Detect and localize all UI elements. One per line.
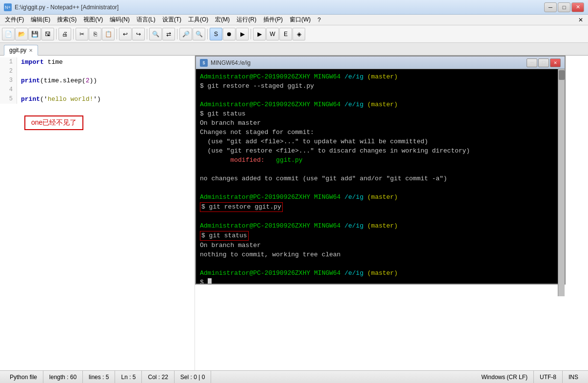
toolbar-redo[interactable]: ↪ bbox=[132, 28, 145, 40]
toolbar-open[interactable]: 📂 bbox=[15, 28, 28, 40]
menu-tools[interactable]: 工具(O) bbox=[185, 15, 211, 25]
line-content-1: import time bbox=[17, 57, 63, 67]
menu-settings[interactable]: 设置(T) bbox=[159, 15, 184, 25]
terminal-line-10: no changes added to commit (use "git add… bbox=[200, 174, 553, 183]
toolbar-sep1 bbox=[56, 29, 57, 39]
terminal-line-6: Changes not staged for commit: bbox=[200, 128, 553, 137]
menu-close-icon[interactable]: ✕ bbox=[575, 17, 586, 23]
code-lines: 1 import time 2 3 print(time.sleep(2)) 4… bbox=[0, 56, 195, 106]
line-content-2 bbox=[17, 67, 21, 76]
status-col: Col : 22 bbox=[142, 371, 174, 383]
toolbar-run[interactable]: ▶ bbox=[253, 28, 266, 40]
menu-lang[interactable]: 语言(L) bbox=[134, 15, 158, 25]
toolbar-print[interactable]: 🖨 bbox=[59, 28, 71, 40]
terminal-line-1: Administrator@PC-20190926ZXHY MINGW64 /e… bbox=[200, 73, 553, 81]
toolbar-cut[interactable]: ✂ bbox=[76, 28, 88, 40]
terminal-line-blank3 bbox=[200, 184, 553, 192]
toolbar-misc3[interactable]: ◈ bbox=[293, 28, 305, 40]
status-filetype: Python file bbox=[4, 371, 43, 383]
terminal-title-left: $ MINGW64:/e/ig bbox=[200, 59, 251, 67]
terminal-close[interactable]: ✕ bbox=[550, 58, 561, 67]
main-area: 1 import time 2 3 print(time.sleep(2)) 4… bbox=[0, 56, 588, 370]
status-bar: Python file length : 60 lines : 5 Ln : 5… bbox=[0, 370, 588, 383]
toolbar-macro-play[interactable]: ▶ bbox=[236, 28, 249, 40]
status-line-ending: Windows (CR LF) bbox=[475, 371, 534, 383]
status-length: length : 60 bbox=[43, 371, 83, 383]
terminal-line-8: (use "git restore <file>..." to discard … bbox=[200, 147, 553, 155]
toolbar-undo[interactable]: ↩ bbox=[119, 28, 132, 40]
toolbar-save[interactable]: 💾 bbox=[28, 28, 41, 40]
menu-view[interactable]: 视图(V) bbox=[80, 15, 106, 25]
status-encoding: UTF-8 bbox=[534, 371, 563, 383]
window-title: E:\ig\ggit.py - Notepad++ [Administrator… bbox=[15, 4, 118, 11]
menu-file[interactable]: 文件(F) bbox=[2, 15, 27, 25]
menu-search[interactable]: 搜索(S) bbox=[54, 15, 79, 25]
annotation-box: one已经不见了 bbox=[24, 115, 83, 130]
toolbar-find[interactable]: 🔍 bbox=[149, 28, 162, 40]
menu-macro[interactable]: 宏(M) bbox=[212, 15, 233, 25]
tab-ggit[interactable]: ggit.py ✕ bbox=[4, 45, 38, 56]
toolbar-sep5 bbox=[177, 29, 177, 39]
terminal-line-15: On branch master bbox=[200, 241, 553, 250]
toolbar-sep7 bbox=[251, 29, 251, 39]
terminal-scrollbar[interactable] bbox=[558, 69, 565, 296]
toolbar-syntax[interactable]: S bbox=[210, 28, 222, 40]
close-button[interactable]: ✕ bbox=[571, 2, 584, 12]
terminal-body[interactable]: Administrator@PC-20190926ZXHY MINGW64 /e… bbox=[196, 69, 557, 284]
code-editor[interactable]: 1 import time 2 3 print(time.sleep(2)) 4… bbox=[0, 56, 195, 370]
toolbar-zoom-out[interactable]: 🔍 bbox=[193, 28, 205, 40]
minimize-button[interactable]: ─ bbox=[544, 2, 557, 12]
status-ln: Ln : 5 bbox=[115, 371, 142, 383]
menu-encode[interactable]: 编码(N) bbox=[107, 15, 133, 25]
terminal-window[interactable]: $ MINGW64:/e/ig ─ □ ✕ Administrator@PC-2… bbox=[195, 56, 566, 285]
menu-bar: 文件(F) 编辑(E) 搜索(S) 视图(V) 编码(N) 语言(L) 设置(T… bbox=[0, 15, 588, 25]
toolbar-macro-rec[interactable]: ⏺ bbox=[223, 28, 235, 40]
terminal-line-4: $ git status bbox=[200, 110, 553, 118]
line-num-1: 1 bbox=[0, 57, 17, 67]
terminal-line-blank5 bbox=[200, 260, 553, 268]
terminal-title-bar: $ MINGW64:/e/ig ─ □ ✕ bbox=[196, 57, 565, 69]
tab-close-icon[interactable]: ✕ bbox=[29, 48, 33, 53]
toolbar-misc2[interactable]: E bbox=[279, 28, 292, 40]
menu-run[interactable]: 运行(R) bbox=[234, 15, 259, 25]
terminal-line-13: Administrator@PC-20190926ZXHY MINGW64 /e… bbox=[200, 222, 553, 230]
terminal-scroll-thumb[interactable] bbox=[559, 70, 565, 80]
line-content-5: print('hello world!') bbox=[17, 95, 101, 104]
tab-bar: ggit.py ✕ bbox=[0, 43, 588, 56]
menu-plugins[interactable]: 插件(P) bbox=[260, 15, 286, 25]
terminal-line-blank4 bbox=[200, 212, 553, 221]
code-line-5: 5 print('hello world!') bbox=[0, 95, 195, 104]
annotation-text: one已经不见了 bbox=[31, 118, 77, 126]
maximize-button[interactable]: □ bbox=[558, 2, 570, 12]
toolbar-save-all[interactable]: 🖫 bbox=[41, 28, 54, 40]
app-icon: N+ bbox=[4, 3, 12, 11]
title-bar-buttons[interactable]: ─ □ ✕ bbox=[544, 2, 584, 12]
line-num-4: 4 bbox=[0, 85, 17, 95]
menu-help[interactable]: ? bbox=[314, 16, 324, 24]
terminal-icon: $ bbox=[200, 59, 208, 67]
line-num-3: 3 bbox=[0, 76, 17, 85]
terminal-buttons[interactable]: ─ □ ✕ bbox=[527, 58, 561, 67]
line-num-5: 5 bbox=[0, 95, 17, 104]
tab-filename: ggit.py bbox=[9, 47, 26, 54]
menu-window[interactable]: 窗口(W) bbox=[287, 15, 314, 25]
code-line-2: 2 bbox=[0, 67, 195, 76]
toolbar-misc1[interactable]: W bbox=[266, 28, 279, 40]
line-num-2: 2 bbox=[0, 67, 17, 76]
toolbar-replace[interactable]: ⇄ bbox=[162, 28, 175, 40]
terminal-maximize[interactable]: □ bbox=[538, 58, 549, 67]
toolbar-new[interactable]: 📄 bbox=[2, 28, 15, 40]
toolbar-copy[interactable]: ⎘ bbox=[89, 28, 101, 40]
title-bar-left: N+ E:\ig\ggit.py - Notepad++ [Administra… bbox=[4, 3, 118, 11]
terminal-line-3: Administrator@PC-20190926ZXHY MINGW64 /e… bbox=[200, 100, 553, 109]
toolbar-zoom-in[interactable]: 🔎 bbox=[179, 28, 192, 40]
title-bar: N+ E:\ig\ggit.py - Notepad++ [Administra… bbox=[0, 0, 588, 15]
toolbar-sep3 bbox=[117, 29, 117, 39]
menu-edit[interactable]: 编辑(E) bbox=[28, 15, 53, 25]
toolbar: 📄 📂 💾 🖫 🖨 ✂ ⎘ 📋 ↩ ↪ 🔍 ⇄ 🔎 🔍 S ⏺ ▶ ▶ W E … bbox=[0, 25, 588, 43]
toolbar-sep6 bbox=[207, 29, 208, 39]
terminal-line-16: nothing to commit, working tree clean bbox=[200, 250, 553, 259]
terminal-minimize[interactable]: ─ bbox=[527, 58, 537, 67]
terminal-cursor-line: $ bbox=[200, 278, 553, 284]
toolbar-paste[interactable]: 📋 bbox=[102, 28, 115, 40]
